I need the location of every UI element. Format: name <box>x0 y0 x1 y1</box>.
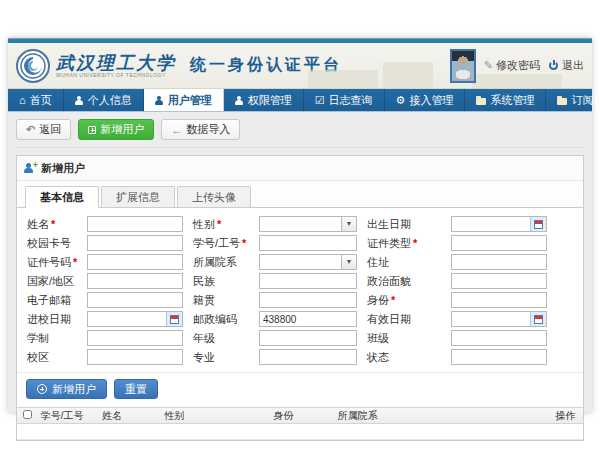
form-label: 校区 <box>27 350 77 365</box>
nav-item-label: 日志查询 <box>329 93 373 108</box>
add-user-toolbar-button[interactable]: 新增用户 <box>78 119 154 140</box>
table-column-header: 姓名 <box>100 409 162 423</box>
form-datebox[interactable] <box>451 311 547 327</box>
form-input[interactable] <box>451 349 547 365</box>
form-input[interactable] <box>451 330 547 346</box>
form-label: 性别* <box>193 217 249 232</box>
form-input[interactable] <box>451 292 547 308</box>
table-column-header: 学号/工号 <box>39 409 100 423</box>
form-input[interactable] <box>259 235 357 251</box>
form-actions: 新增用户 重置 <box>17 372 583 407</box>
nav-item-label: 首页 <box>30 93 52 108</box>
form-input[interactable] <box>259 330 357 346</box>
tab-0[interactable]: 基本信息 <box>25 186 99 208</box>
new-user-panel: 新增用户 基本信息扩展信息上传头像 姓名*性别*▼出生日期校园卡号学号/工号*证… <box>16 155 584 441</box>
select-all-checkbox[interactable] <box>23 410 32 419</box>
nav-item-7[interactable]: 订阅管理 <box>546 89 600 111</box>
form-input[interactable] <box>451 254 547 270</box>
back-label: 返回 <box>39 122 61 137</box>
form-label: 状态 <box>367 350 441 365</box>
form-input[interactable] <box>87 330 183 346</box>
form-input[interactable] <box>87 349 183 365</box>
form-input[interactable] <box>87 216 183 232</box>
logout-link[interactable]: 退出 <box>548 58 584 73</box>
form-datebox[interactable] <box>451 216 547 232</box>
tab-1[interactable]: 扩展信息 <box>101 186 175 207</box>
form-label: 学号/工号* <box>193 236 249 251</box>
required-asterisk: * <box>217 218 221 230</box>
form-label: 校园卡号 <box>27 236 77 251</box>
tab-2[interactable]: 上传头像 <box>177 186 251 207</box>
form-label: 政治面貌 <box>367 274 441 289</box>
nav-item-label: 权限管理 <box>248 93 292 108</box>
panel-tabs: 基本信息扩展信息上传头像 <box>17 181 583 208</box>
form-label: 专业 <box>193 350 249 365</box>
header-right: ✎ 修改密码 退出 <box>450 49 584 83</box>
form-input[interactable] <box>87 235 183 251</box>
form-select[interactable]: ▼ <box>259 254 357 270</box>
form-datebox[interactable] <box>87 311 183 327</box>
form-label: 进校日期 <box>27 312 77 327</box>
chevron-down-icon[interactable]: ▼ <box>341 255 356 269</box>
nav-item-6[interactable]: 系统管理 <box>465 89 546 111</box>
data-import-button[interactable]: ← 数据导入 <box>161 119 240 140</box>
app-window: 武汉理工大学 WUHAN UNIVERSITY OF TECHNOLOGY 统一… <box>8 38 592 412</box>
nav-item-2[interactable]: 用户管理 <box>144 89 224 111</box>
calendar-icon <box>534 220 543 229</box>
users-table-header: 学号/工号姓名性别身份所属院系操作 <box>17 407 583 424</box>
form-input[interactable] <box>259 311 357 327</box>
form-label: 证件号码* <box>27 255 77 270</box>
nav-item-1[interactable]: 个人信息 <box>64 89 144 111</box>
nav-item-label: 个人信息 <box>88 93 132 108</box>
table-column-header: 操作 <box>553 409 583 423</box>
power-icon <box>548 60 559 71</box>
plus-circle-icon <box>37 384 47 394</box>
form-input[interactable] <box>259 273 357 289</box>
form-label: 住址 <box>367 255 441 270</box>
submit-add-user-button[interactable]: 新增用户 <box>26 379 107 399</box>
form-input[interactable] <box>451 273 547 289</box>
university-title-block: 武汉理工大学 WUHAN UNIVERSITY OF TECHNOLOGY <box>56 54 176 78</box>
nav-item-5[interactable]: ⚙接入管理 <box>385 89 466 111</box>
nav-item-label: 接入管理 <box>409 93 453 108</box>
nav-item-3[interactable]: 权限管理 <box>224 89 304 111</box>
form-label: 证件类型* <box>367 236 441 251</box>
toolbar: ↶ 返回 新增用户 ← 数据导入 <box>16 119 584 148</box>
form-input[interactable] <box>87 254 183 270</box>
select-all-cell <box>17 410 39 421</box>
calendar-button[interactable] <box>166 312 182 326</box>
chevron-down-icon[interactable]: ▼ <box>341 217 356 231</box>
page-content: ↶ 返回 新增用户 ← 数据导入 新增用户 基本信息扩展信息上传头像 <box>8 112 592 449</box>
form-label: 学制 <box>27 331 77 346</box>
form-select[interactable]: ▼ <box>259 216 357 232</box>
change-password-link[interactable]: ✎ 修改密码 <box>484 58 540 73</box>
form-input[interactable] <box>451 235 547 251</box>
person-icon <box>75 96 84 105</box>
nav-item-4[interactable]: ☑日志查询 <box>304 89 385 111</box>
calendar-button[interactable] <box>530 217 546 231</box>
user-plus-icon <box>25 163 36 173</box>
form-input[interactable] <box>259 349 357 365</box>
calendar-icon <box>534 315 543 324</box>
new-user-form: 姓名*性别*▼出生日期校园卡号学号/工号*证件类型*证件号码*所属院系▼住址国家… <box>17 208 583 372</box>
form-input[interactable] <box>87 292 183 308</box>
main-nav: ⌂首页个人信息用户管理权限管理☑日志查询⚙接入管理系统管理订阅管理 <box>8 89 592 112</box>
folder-icon <box>476 96 486 105</box>
nav-item-label: 用户管理 <box>168 93 212 108</box>
reset-button[interactable]: 重置 <box>114 379 158 399</box>
user-avatar[interactable] <box>450 49 476 83</box>
back-button[interactable]: ↶ 返回 <box>16 119 71 140</box>
home-icon: ⌂ <box>19 95 26 106</box>
form-input[interactable] <box>87 273 183 289</box>
nav-item-0[interactable]: ⌂首页 <box>8 89 64 111</box>
form-label: 出生日期 <box>367 217 441 232</box>
form-input[interactable] <box>259 292 357 308</box>
add-square-icon <box>88 126 96 134</box>
pencil-icon: ✎ <box>484 59 493 72</box>
table-column-header: 所属院系 <box>336 409 554 423</box>
calendar-button[interactable] <box>530 312 546 326</box>
gear-icon: ⚙ <box>396 95 406 106</box>
person-key-icon <box>235 96 244 105</box>
reset-label: 重置 <box>125 382 147 397</box>
form-label: 邮政编码 <box>193 312 249 327</box>
